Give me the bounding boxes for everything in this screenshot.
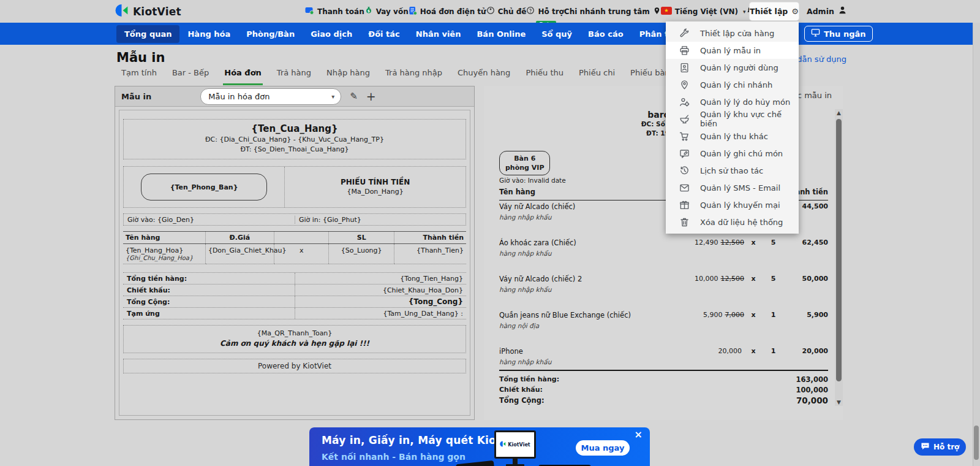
template-footer: {Ma_QR_Thanh_Toan} Cảm ơn quý khách và h…: [123, 325, 466, 353]
tab-nhap-hang[interactable]: Nhập hàng: [325, 68, 371, 85]
trash-icon: [679, 217, 690, 227]
preview-scrollbar[interactable]: ▲ ▼: [835, 109, 843, 406]
nav-item-bao-cao[interactable]: Báo cáo: [580, 25, 631, 43]
buy-now-button[interactable]: Mua ngay: [576, 440, 630, 456]
kiotviet-logo-icon: [115, 4, 129, 20]
scroll-down-icon[interactable]: ▼: [835, 399, 843, 406]
template-totals: Tổng tiền hàng:{Tong_Tien_Hang} Chiết kh…: [123, 272, 466, 319]
topbar-link-support[interactable]: Hỗ trợ Beta: [526, 6, 564, 17]
payment-icon: [305, 6, 314, 17]
menu-item-quan-ly-chi-nhanh[interactable]: Quản lý chi nhánh: [666, 76, 799, 93]
menu-item-lich-su-thao-tac[interactable]: Lịch sử thao tác: [666, 162, 799, 179]
printer-icon: [679, 45, 690, 56]
editor-toolbar: Mẫu in Mẫu in hóa đơn ▾ ✎ +: [115, 86, 474, 107]
template-editor-panel: Mẫu in Mẫu in hóa đơn ▾ ✎ + {Ten_Cua_Han…: [115, 86, 475, 420]
topbar-link-payment[interactable]: Thanh toán: [305, 6, 364, 17]
preview-table-badge: Bàn 6 phòng VIP: [499, 151, 550, 175]
preview-divider: [499, 370, 828, 371]
e-invoice-icon: [409, 6, 417, 17]
template-item-table: Tên hàng Đ.Giá SL Thành tiền {Ten_Hang_H…: [123, 231, 466, 264]
menu-item-quan-ly-ly-do-huy-mon[interactable]: Quản lý lý do hủy món: [666, 93, 799, 110]
room-badge: {Ten_Phong_Ban}: [141, 174, 268, 201]
chevron-down-icon: ▾: [331, 93, 334, 100]
template-doc-header: {Ten_Phong_Ban} PHIẾU TÍNH TIỀN {Ma_Don_…: [123, 166, 466, 208]
history-icon: [679, 166, 690, 176]
scroll-up-icon[interactable]: ▲: [835, 109, 843, 116]
topbar-link-branch[interactable]: Chi nhánh trung tâm: [564, 6, 661, 17]
menu-item-quan-ly-thu-khac[interactable]: Quản lý thu khác: [666, 128, 799, 145]
edit-template-icon[interactable]: ✎: [350, 91, 358, 102]
language-selector[interactable]: Tiếng Việt (VN) ▾: [661, 7, 746, 17]
menu-item-quan-ly-ghi-chu-mon[interactable]: Quản lý ghi chú món: [666, 145, 799, 162]
menu-item-xoa-du-lieu-he-thong[interactable]: Xóa dữ liệu hệ thống: [666, 213, 799, 231]
location-pin-icon: [653, 6, 661, 17]
menu-item-quan-ly-mau-in[interactable]: Quản lý mẫu in: [666, 42, 799, 59]
vietnam-flag-icon: [661, 7, 672, 17]
register-icon: [811, 28, 820, 39]
nav-item-doi-tac[interactable]: Đối tác: [360, 25, 408, 43]
support-fab-button[interactable]: Hỗ trợ: [914, 438, 966, 456]
template-time-row: Giờ vào: {Gio_Den} Giờ in: {Gio_Phut}: [123, 213, 466, 226]
theme-icon: [486, 6, 495, 17]
nav-item-ban-online[interactable]: Bán Online: [469, 25, 533, 43]
preview-item-row: Váy nữ Alcado (chiếc) 2hàng nhập khẩu 10…: [499, 272, 828, 308]
menu-item-quan-ly-nguoi-dung[interactable]: Quản lý người dùng: [666, 59, 799, 76]
preview-time-in: Giờ vào: Invalid date: [499, 177, 566, 184]
chevron-down-icon: ▾: [743, 9, 746, 15]
brand-name: KiotViet: [133, 6, 181, 18]
topbar-links: Thanh toán $ Vay vốn Hoá đơn điện tử Chủ…: [305, 0, 741, 23]
tab-tra-hang-nhap[interactable]: Trả hàng nhập: [384, 68, 443, 85]
menu-item-quan-ly-sms-email[interactable]: Quản lý SMS - Email: [666, 179, 799, 196]
page-scrollbar-thumb[interactable]: [974, 426, 979, 460]
tab-tra-hang[interactable]: Trả hàng: [276, 68, 312, 85]
support-icon: [526, 6, 535, 17]
nav-item-phong-ban[interactable]: Phòng/Bàn: [238, 25, 303, 43]
preview-totals: Tổng tiền hàng:163,000 Chiết khấu:100,00…: [499, 374, 828, 405]
nav-item-so-quy[interactable]: Sổ quỹ: [533, 25, 580, 43]
topbar: KiotViet Thanh toán $ Vay vốn Hoá đơn đi…: [0, 0, 980, 23]
cashier-button[interactable]: Thu ngân: [804, 26, 873, 42]
cart-icon: [679, 131, 690, 142]
template-item-row: {Ten_Hang_Hoa}{Ghi_Chu_Hang_Hoa} {Don_Gi…: [123, 244, 466, 264]
tab-bar-bep[interactable]: Bar - Bếp: [171, 68, 210, 85]
topbar-link-loan[interactable]: $ Vay vốn: [364, 6, 409, 17]
menu-item-thiet-lap-cua-hang[interactable]: Thiết lập cửa hàng: [666, 25, 799, 42]
topbar-link-theme[interactable]: Chủ đề: [486, 6, 527, 17]
promo-banner: Máy in, Giấy in, Máy quét KiotViet Kết n…: [309, 427, 650, 466]
menu-item-quan-ly-khu-vuc-che-bien[interactable]: Quản lý khu vực chế biến: [666, 110, 799, 128]
admin-menu[interactable]: Admin: [807, 6, 847, 17]
nav-item-nhan-vien[interactable]: Nhân viên: [408, 25, 469, 43]
template-tabs: Tạm tính Bar - Bếp Hóa đơn Trả hàng Nhập…: [120, 68, 703, 85]
preview-item-row: Áo khoác zara (Chiếc)hàng nhập khẩu 12,4…: [499, 236, 828, 272]
brand[interactable]: KiotViet: [115, 4, 181, 20]
nav-item-giao-dich[interactable]: Giao dịch: [303, 25, 360, 43]
tab-tam-tinh[interactable]: Tạm tính: [120, 68, 158, 85]
powered-by: Powered by KiotViet: [123, 359, 466, 373]
template-store-header: {Ten_Cua_Hang} ĐC: {Dia_Chi_Cua_Hang} - …: [123, 119, 466, 159]
svg-text:$: $: [368, 9, 370, 13]
tab-hoa-don[interactable]: Hóa đơn: [223, 68, 263, 85]
tab-phieu-chi[interactable]: Phiếu chi: [578, 68, 616, 85]
wrench-icon: [679, 28, 690, 39]
close-icon[interactable]: ×: [635, 430, 643, 440]
page-scrollbar[interactable]: [973, 23, 980, 466]
add-template-icon[interactable]: +: [366, 91, 376, 101]
nav-item-tong-quan[interactable]: Tổng quan: [116, 25, 179, 43]
tab-chuyen-hang[interactable]: Chuyển hàng: [456, 68, 511, 85]
chat-bubble-icon: [921, 442, 930, 452]
settings-dropdown-menu: Thiết lập cửa hàng Quản lý mẫu in Quản l…: [666, 21, 799, 234]
template-paper[interactable]: {Ten_Cua_Hang} ĐC: {Dia_Chi_Cua_Hang} - …: [119, 110, 470, 416]
scrollbar-thumb[interactable]: [836, 119, 842, 381]
location-pin-icon: [679, 80, 690, 90]
kiotviet-mini-logo-icon: [500, 441, 506, 448]
menu-item-quan-ly-khuyen-mai[interactable]: Quản lý khuyến mại: [666, 196, 799, 213]
nav-item-hang-hoa[interactable]: Hàng hóa: [179, 25, 238, 43]
template-select[interactable]: Mẫu in hóa đơn ▾: [200, 88, 341, 105]
page-title: Mẫu in: [116, 50, 165, 65]
banner-subtitle: Kết nối nhanh - Bán hàng gọn: [322, 452, 466, 462]
topbar-link-einvoice[interactable]: Hoá đơn điện tử: [409, 6, 486, 17]
user-card-icon: [679, 63, 690, 73]
kiotviet-app: KiotViet Thanh toán $ Vay vốn Hoá đơn đi…: [0, 0, 980, 466]
tab-phieu-thu[interactable]: Phiếu thu: [524, 68, 565, 85]
settings-button[interactable]: Thiết lập ⚙: [750, 2, 799, 20]
